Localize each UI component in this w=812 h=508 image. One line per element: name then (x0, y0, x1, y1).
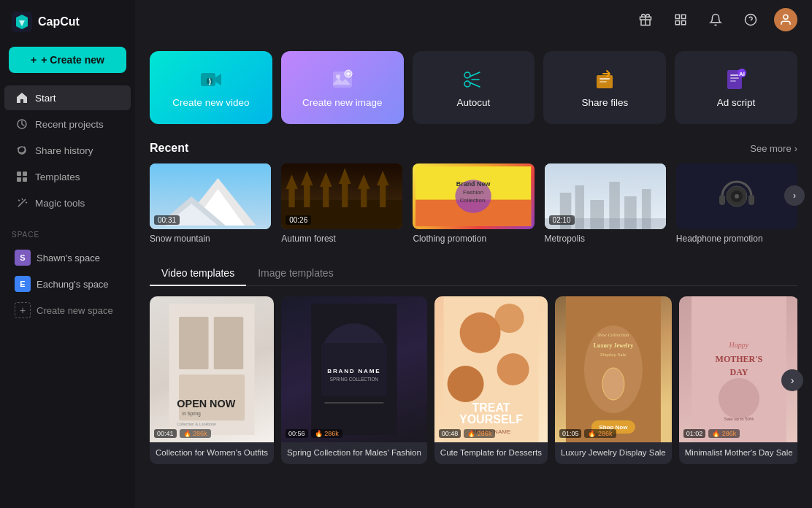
space-eachung-label: Eachung's space (37, 279, 109, 290)
template-info-dessert: Cute Template for Desserts (434, 442, 548, 464)
template-grid: OPEN NOW In Spring Collection & Lookbook… (150, 296, 797, 464)
recent-name-metro: Metropolis (545, 234, 666, 244)
gift-icon[interactable] (634, 8, 657, 31)
time-badge-forest: 00:26 (286, 215, 311, 225)
topbar (270, 0, 812, 39)
sidebar-item-templates[interactable]: Templates (4, 164, 131, 189)
svg-text:New Collection: New Collection (597, 332, 629, 338)
svg-text:Collection & Lookbook: Collection & Lookbook (177, 422, 216, 426)
ad-script-card[interactable]: AI Ad script (675, 51, 797, 124)
template-badge-brand: 00:56 🔥 286k (286, 429, 342, 438)
svg-text:DAY: DAY (729, 367, 748, 377)
template-badge-mothers: 01:02 🔥 286k (683, 429, 740, 438)
template-card-mothers[interactable]: Happy MOTHER'S DAY Sale up to 50% 01:02 … (679, 296, 797, 464)
template-card-jewelry[interactable]: New Collection Luxury Jewelry Display Sa… (555, 296, 672, 464)
svg-text:SPRING COLLECTION: SPRING COLLECTION (330, 377, 379, 382)
template-grid-container: OPEN NOW In Spring Collection & Lookbook… (150, 296, 797, 464)
recent-item-headphone[interactable]: Headphone promotion (676, 163, 797, 244)
space-eachung[interactable]: E Eachung's space (12, 271, 123, 297)
app-name: CapCut (38, 15, 80, 28)
recent-name-clothing: Clothing promotion (413, 234, 534, 244)
svg-rect-22 (600, 81, 607, 82)
template-card-open-now[interactable]: OPEN NOW In Spring Collection & Lookbook… (150, 296, 274, 464)
template-card-brand[interactable]: BRAND NAME SPRING COLLECTION 00:56 🔥 286… (281, 296, 427, 464)
recent-scroll-right[interactable]: › (784, 185, 805, 206)
space-shawn[interactable]: S Shawn's space (12, 245, 123, 271)
tab-image-templates[interactable]: Image templates (246, 261, 345, 286)
recent-name-snow: Snow mountain (150, 234, 271, 244)
svg-text:TREAT: TREAT (472, 401, 510, 414)
svg-rect-25 (730, 77, 739, 79)
help-icon[interactable] (739, 8, 762, 31)
template-title-dessert: Cute Template for Desserts (440, 447, 542, 458)
svg-rect-3 (17, 172, 21, 176)
svg-text:YOURSELF: YOURSELF (459, 413, 523, 426)
svg-rect-26 (730, 80, 736, 82)
sidebar-item-recent[interactable]: Recent projects (4, 112, 131, 136)
logo: CapCut (0, 12, 135, 47)
svg-rect-5 (17, 177, 21, 182)
template-title-brand: Spring Collection for Males' Fashion (287, 447, 421, 458)
main-content: Create new video Create new image (135, 0, 812, 508)
svg-point-83 (447, 366, 483, 402)
svg-point-12 (784, 15, 788, 19)
script-icon: AI (724, 68, 748, 91)
svg-rect-79 (324, 402, 383, 404)
see-more-button[interactable]: See more › (750, 143, 797, 154)
svg-text:Brand New: Brand New (456, 181, 491, 188)
svg-rect-40 (323, 184, 329, 207)
template-card-dessert[interactable]: TREAT YOURSELF BRAND NAME 00:48 🔥 286k C… (434, 296, 548, 464)
recent-thumb-headphone (676, 163, 797, 229)
template-thumb-jewelry: New Collection Luxury Jewelry Display Sa… (555, 296, 672, 442)
svg-point-19 (464, 81, 470, 87)
space-label: SPACE (12, 231, 123, 239)
svg-point-84 (497, 353, 529, 385)
sidebar-item-label: Share history (35, 145, 93, 156)
sidebar-item-history[interactable]: Share history (4, 138, 131, 163)
create-new-button[interactable]: + + Create new (9, 47, 126, 73)
sidebar-item-magic[interactable]: Magic tools (4, 190, 131, 215)
image-icon (331, 68, 354, 91)
avatar-s: S (15, 250, 31, 266)
recent-grid: 00:31 Snow mountain (150, 163, 797, 244)
svg-text:Fashion: Fashion (463, 190, 483, 196)
time-badge-metro: 02:10 (549, 215, 575, 225)
create-new-image-label: Create new image (302, 97, 383, 108)
share-files-card[interactable]: Share files (543, 51, 666, 124)
create-space-label: Create new space (37, 305, 113, 316)
create-space-button[interactable]: + Create new space (12, 297, 123, 323)
svg-rect-68 (179, 317, 209, 369)
recent-item-metro[interactable]: 02:10 Metropolis (545, 163, 666, 244)
user-avatar[interactable] (774, 8, 797, 31)
template-thumb-mothers: Happy MOTHER'S DAY Sale up to 50% 01:02 … (679, 296, 797, 442)
share-icon (593, 68, 616, 91)
template-thumb-open-now: OPEN NOW In Spring Collection & Lookbook… (150, 296, 274, 442)
svg-text:Luxury Jewelry: Luxury Jewelry (594, 342, 633, 349)
svg-rect-6 (23, 177, 27, 182)
template-scroll-right[interactable]: › (781, 369, 803, 391)
avatar-e: E (15, 276, 31, 292)
create-new-image-card[interactable]: Create new image (281, 51, 404, 124)
recent-item-clothing[interactable]: Brand New Fashion Collection. Clothing p… (413, 163, 534, 244)
autocut-card[interactable]: Autocut (413, 51, 535, 124)
scissors-icon (461, 68, 485, 91)
tab-video-templates[interactable]: Video templates (150, 261, 246, 286)
recent-item-forest[interactable]: 00:26 Autumn forest (281, 163, 402, 244)
svg-point-16 (336, 74, 340, 79)
sidebar-item-label: Templates (35, 172, 80, 182)
template-title-open-now: Collection for Women's Outfits (156, 447, 268, 458)
grid-icon[interactable] (669, 8, 692, 31)
svg-point-82 (494, 304, 524, 333)
time-badge-snow: 00:31 (154, 215, 180, 225)
svg-text:Collection.: Collection. (460, 197, 487, 204)
template-title-mothers: Minimalist Mother's Day Sale (685, 447, 793, 458)
create-new-video-label: Create new video (172, 97, 249, 108)
sidebar-item-start[interactable]: Start (4, 85, 131, 110)
recent-item-snow[interactable]: 00:31 Snow mountain (150, 163, 271, 244)
create-new-video-card[interactable]: Create new video (150, 51, 272, 124)
sidebar-item-label: Start (35, 93, 56, 104)
svg-text:Happy: Happy (728, 341, 748, 349)
bell-icon[interactable] (704, 8, 727, 31)
template-badge-dessert: 00:48 🔥 286k (439, 429, 496, 438)
ad-script-label: Ad script (717, 97, 756, 108)
